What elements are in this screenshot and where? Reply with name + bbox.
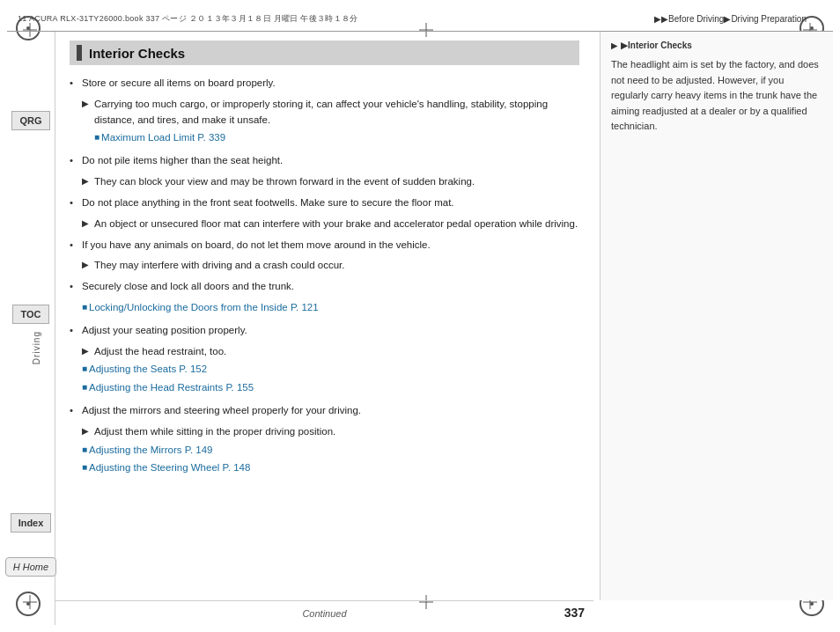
link-steering: ■ Adjusting the Steering Wheel P. 148: [82, 460, 579, 476]
sidebar-tag-text: ▶Interior Checks: [621, 40, 692, 50]
home-tab[interactable]: H Home: [5, 557, 56, 577]
continued-text: Continued: [302, 608, 346, 619]
bullet-item-7: • Adjust the mirrors and steering wheel …: [70, 403, 579, 419]
sidebar-body: The headlight aim is set by the factory,…: [611, 57, 822, 135]
sub-item-1-1: ▶ Carrying too much cargo, or improperly…: [82, 97, 579, 129]
footer: Continued: [55, 600, 593, 625]
heading-bar: [77, 45, 82, 61]
file-info: 11 ACURA RLX-31TY26000.book 337 ページ ２０１３…: [18, 13, 358, 25]
sub-item-6-1: ▶ Adjust the head restraint, too.: [82, 344, 579, 360]
right-sidebar: ▶ ▶Interior Checks The headlight aim is …: [600, 32, 833, 600]
section-title: Interior Checks: [89, 46, 185, 61]
link-max-load: ■ Maximum Load Limit P. 339: [94, 130, 579, 146]
main-content: Interior Checks • Store or secure all it…: [55, 32, 593, 600]
link-seats-anchor[interactable]: Adjusting the Seats P. 152: [89, 362, 207, 378]
qrg-tab[interactable]: QRG: [11, 111, 49, 130]
link-max-load-anchor[interactable]: Maximum Load Limit P. 339: [101, 130, 225, 146]
page-number: 337: [564, 606, 585, 620]
header-bar: 11 ACURA RLX-31TY26000.book 337 ページ ２０１３…: [7, 7, 833, 32]
left-sidebar: QRG TOC Driving Index H Home: [7, 32, 55, 625]
sub-item-4-1: ▶ They may interfere with driving and a …: [82, 258, 579, 274]
sidebar-tag-icon: ▶: [611, 41, 617, 50]
link-mirrors-anchor[interactable]: Adjusting the Mirrors P. 149: [89, 443, 212, 459]
driving-label: Driving: [32, 331, 41, 364]
link-headrestraints-anchor[interactable]: Adjusting the Head Restraints P. 155: [89, 380, 254, 396]
sub-item-7-1: ▶ Adjust them while sitting in the prope…: [82, 424, 579, 440]
home-label: Home: [23, 562, 48, 572]
link-locking: ■ Locking/Unlocking the Doors from the I…: [82, 300, 579, 316]
link-headrestraints: ■ Adjusting the Head Restraints P. 155: [82, 380, 579, 396]
link-mirrors: ■ Adjusting the Mirrors P. 149: [82, 443, 579, 459]
home-icon: H: [13, 562, 20, 572]
bullet-item-1: • Store or secure all items on board pro…: [70, 76, 579, 92]
section-heading: Interior Checks: [70, 40, 579, 65]
sub-item-3-1: ▶ An object or unsecured floor mat can i…: [82, 217, 579, 232]
bullet-item-4: • If you have any animals on board, do n…: [70, 238, 579, 254]
link-steering-anchor[interactable]: Adjusting the Steering Wheel P. 148: [89, 460, 250, 476]
breadcrumb: ▶▶Before Driving▶Driving Preparation: [654, 14, 807, 24]
toc-tab[interactable]: TOC: [12, 305, 48, 324]
sidebar-tag: ▶ ▶Interior Checks: [611, 40, 822, 50]
index-tab[interactable]: Index: [11, 513, 52, 533]
bullet-item-5: • Securely close and lock all doors and …: [70, 279, 579, 295]
bullet-item-3: • Do not place anything in the front sea…: [70, 195, 579, 211]
link-locking-anchor[interactable]: Locking/Unlocking the Doors from the Ins…: [89, 300, 319, 316]
link-seats: ■ Adjusting the Seats P. 152: [82, 362, 579, 378]
content-list: • Store or secure all items on board pro…: [70, 76, 579, 476]
sub-item-2-1: ▶ They can block your view and may be th…: [82, 174, 579, 190]
bullet-item-6: • Adjust your seating position properly.: [70, 323, 579, 339]
bullet-item-2: • Do not pile items higher than the seat…: [70, 153, 579, 169]
